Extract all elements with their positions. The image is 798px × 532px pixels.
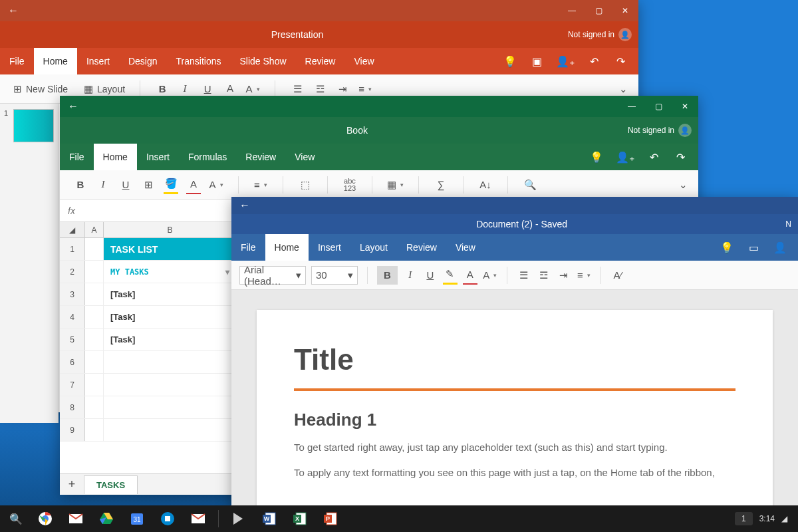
tab-review[interactable]: Review [296, 48, 345, 74]
notification-badge[interactable]: 1 [735, 512, 753, 525]
tab-file[interactable]: File [60, 144, 94, 170]
present-icon[interactable]: ▣ [529, 52, 544, 70]
doc-title[interactable]: Title [294, 343, 735, 376]
borders-icon[interactable]: ⊞ [141, 176, 156, 194]
underline-button[interactable]: U [118, 176, 133, 194]
user-icon[interactable]: 👤 [618, 28, 632, 41]
tab-review[interactable]: Review [397, 234, 446, 261]
row-number[interactable]: 5 [60, 329, 85, 350]
doc-heading[interactable]: Heading 1 [294, 410, 735, 430]
tell-me-icon[interactable]: 💡 [589, 148, 604, 166]
tab-home[interactable]: Home [265, 234, 309, 261]
cell[interactable] [85, 419, 104, 441]
close-icon[interactable]: ✕ [612, 0, 638, 21]
cell[interactable] [85, 283, 104, 305]
pp-signedin[interactable]: Not signed in 👤 [568, 28, 638, 41]
minimize-icon[interactable]: — [618, 96, 645, 117]
gmail-icon[interactable] [61, 505, 90, 532]
bold-button[interactable]: B [377, 266, 398, 285]
share-icon[interactable]: 👤₊ [616, 148, 634, 166]
wd-titlebar[interactable]: ← [231, 197, 798, 214]
share-icon[interactable]: 👤 [773, 238, 787, 257]
row-number[interactable]: 7 [60, 374, 85, 396]
font-size-select[interactable]: 30▾ [311, 266, 358, 285]
numbering-icon[interactable]: ☲ [537, 266, 551, 285]
cell[interactable] [85, 306, 104, 328]
tab-review[interactable]: Review [236, 144, 285, 170]
share-icon[interactable]: 👤₊ [556, 52, 575, 70]
cell[interactable] [85, 329, 104, 350]
cell[interactable] [85, 238, 104, 260]
tab-layout[interactable]: Layout [350, 234, 397, 261]
font-color-button[interactable]: A [186, 176, 201, 194]
excel-app-icon[interactable]: X [285, 505, 315, 532]
redo-icon[interactable]: ↷ [673, 148, 688, 166]
clock[interactable]: 3:14 [759, 514, 775, 523]
bold-button[interactable]: B [73, 176, 88, 194]
wifi-icon[interactable]: ◢ [781, 514, 787, 523]
font-name-select[interactable]: Arial (Head…▾ [239, 266, 306, 285]
row-number[interactable]: 6 [60, 351, 85, 373]
fill-color-button[interactable]: 🪣 [164, 176, 178, 194]
document-area[interactable]: Title Heading 1 To get started right awa… [231, 290, 798, 532]
find-icon[interactable]: 🔍 [523, 176, 537, 194]
add-sheet-button[interactable]: + [60, 477, 84, 491]
font-size-step-button[interactable]: A [483, 266, 497, 285]
cell-styles-icon[interactable]: ▦ [387, 176, 404, 194]
tab-home[interactable]: Home [34, 48, 77, 74]
play-store-icon[interactable] [224, 505, 253, 532]
autosum-icon[interactable]: ∑ [434, 176, 448, 194]
page[interactable]: Title Heading 1 To get started right awa… [257, 310, 773, 532]
cell[interactable] [85, 374, 104, 396]
chrome-icon[interactable] [31, 505, 60, 532]
collapse-ribbon-icon[interactable]: ⌄ [676, 176, 690, 194]
slide-thumbnail[interactable] [13, 109, 54, 142]
tab-transitions[interactable]: Transitions [167, 48, 231, 74]
underline-button[interactable]: U [423, 266, 438, 285]
tell-me-icon[interactable]: 💡 [720, 238, 734, 257]
select-all-cell[interactable]: ◢ [60, 222, 85, 237]
tab-file[interactable]: File [0, 48, 34, 74]
user-icon[interactable]: 👤 [678, 124, 692, 137]
indent-icon[interactable]: ⇥ [557, 266, 571, 285]
tell-me-icon[interactable]: 💡 [503, 52, 517, 70]
word-app-icon[interactable]: W [255, 505, 284, 532]
row-number[interactable]: 8 [60, 396, 85, 418]
doc-p1[interactable]: To get started right away, just tap any … [294, 440, 735, 456]
paragraph-icon[interactable]: ≡ [577, 266, 591, 285]
cell[interactable] [104, 396, 237, 418]
font-size-button[interactable]: A [209, 176, 223, 194]
font-color-button[interactable]: A [463, 266, 477, 285]
styles-icon[interactable]: A⁄ [610, 266, 625, 285]
tab-home[interactable]: Home [94, 144, 137, 170]
calendar-icon[interactable]: 31 [122, 505, 152, 532]
cell[interactable]: [Task] [104, 306, 237, 328]
xl-signedin[interactable]: Not signed in 👤 [628, 124, 698, 137]
search-icon[interactable]: 🔍 [3, 505, 29, 532]
tab-insert[interactable]: Insert [77, 48, 119, 74]
back-icon[interactable]: ← [60, 100, 86, 112]
back-icon[interactable]: ← [0, 5, 27, 17]
tab-view[interactable]: View [446, 234, 485, 261]
tab-file[interactable]: File [231, 234, 265, 261]
cell[interactable]: [Task] [104, 329, 237, 350]
close-icon[interactable]: ✕ [672, 96, 698, 117]
row-number[interactable]: 4 [60, 306, 85, 328]
row-number[interactable]: 9 [60, 419, 85, 441]
gmail-icon-2[interactable] [184, 505, 213, 532]
tab-insert[interactable]: Insert [309, 234, 350, 261]
row-number[interactable]: 1 [60, 238, 85, 260]
cell[interactable] [85, 261, 104, 283]
cell[interactable]: TASK LIST [104, 238, 237, 260]
back-icon[interactable]: ← [231, 200, 258, 211]
cell[interactable] [104, 419, 237, 441]
cell[interactable] [85, 351, 104, 373]
italic-button[interactable]: I [403, 266, 418, 285]
align-icon[interactable]: ≡ [253, 176, 268, 194]
italic-button[interactable]: I [96, 176, 110, 194]
col-a[interactable]: A [85, 222, 104, 237]
reading-view-icon[interactable]: ▭ [746, 238, 761, 257]
maximize-icon[interactable]: ▢ [585, 0, 612, 21]
tab-view[interactable]: View [344, 48, 383, 74]
tab-slideshow[interactable]: Slide Show [230, 48, 295, 74]
